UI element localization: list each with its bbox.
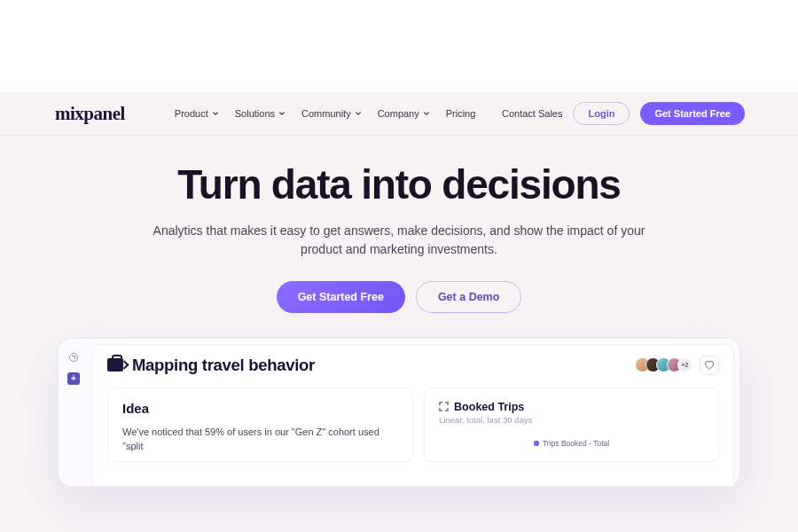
booked-trips-card[interactable]: Booked Trips Linear, total, last 30 days… bbox=[424, 387, 719, 462]
dashboard-rail: + bbox=[67, 351, 80, 385]
login-button[interactable]: Login bbox=[573, 102, 630, 125]
dashboard-title: Mapping travel behavior bbox=[132, 356, 315, 375]
nav-label: Pricing bbox=[446, 108, 476, 119]
booked-subtitle: Linear, total, last 30 days bbox=[439, 415, 704, 425]
chevron-down-icon bbox=[355, 110, 362, 117]
clock-icon[interactable] bbox=[67, 351, 80, 364]
nav-right: Contact Sales Login Get Started Free bbox=[502, 102, 745, 125]
dashboard-header-right: +2 bbox=[635, 356, 719, 375]
favorite-button[interactable] bbox=[700, 356, 719, 375]
nav-item-pricing[interactable]: Pricing bbox=[446, 108, 476, 119]
heart-icon bbox=[704, 360, 715, 371]
dashboard-header: Mapping travel behavior +2 bbox=[93, 345, 733, 384]
dashboard-body: Idea We've noticed that 59% of users in … bbox=[93, 384, 733, 462]
plus-icon[interactable]: + bbox=[67, 372, 80, 385]
chart-legend: Trips Booked - Total bbox=[439, 439, 704, 448]
legend-swatch bbox=[534, 441, 539, 446]
idea-heading: Idea bbox=[122, 401, 398, 416]
chevron-down-icon bbox=[278, 110, 286, 117]
chevron-down-icon bbox=[212, 110, 219, 117]
hero-title: Turn data into decisions bbox=[0, 162, 798, 207]
nav-item-solutions[interactable]: Solutions bbox=[235, 108, 286, 119]
nav-label: Company bbox=[378, 108, 419, 119]
hero-subtitle: Analytics that makes it easy to get answ… bbox=[151, 222, 647, 260]
navbar: mixpanel Product Solutions Community Com… bbox=[0, 92, 798, 136]
nav-label: Solutions bbox=[235, 108, 275, 119]
nav-label: Community bbox=[301, 108, 351, 119]
chevron-down-icon bbox=[423, 110, 430, 117]
booked-header: Booked Trips bbox=[439, 401, 704, 413]
collaborator-avatars[interactable]: +2 bbox=[635, 357, 692, 372]
avatar-more: +2 bbox=[677, 357, 692, 372]
nav-item-company[interactable]: Company bbox=[378, 108, 430, 119]
nav-item-product[interactable]: Product bbox=[175, 108, 219, 119]
hero-cta: Get Started Free Get a Demo bbox=[0, 281, 798, 313]
contact-sales-link[interactable]: Contact Sales bbox=[502, 108, 562, 119]
nav-item-community[interactable]: Community bbox=[301, 108, 362, 119]
booked-title: Booked Trips bbox=[454, 401, 524, 413]
get-started-button[interactable]: Get Started Free bbox=[640, 102, 745, 125]
logo[interactable]: mixpanel bbox=[55, 103, 125, 125]
dashboard-preview: + Mapping travel behavior +2 bbox=[58, 338, 740, 487]
get-demo-cta[interactable]: Get a Demo bbox=[416, 281, 521, 313]
hero: Turn data into decisions Analytics that … bbox=[0, 136, 798, 313]
nav-label: Product bbox=[175, 108, 208, 119]
nav-menu: Product Solutions Community Company Pric… bbox=[175, 108, 476, 119]
dashboard-inner: Mapping travel behavior +2 I bbox=[92, 344, 734, 486]
expand-icon bbox=[439, 402, 449, 411]
idea-body: We've noticed that 59% of users in our "… bbox=[122, 425, 398, 454]
get-started-cta[interactable]: Get Started Free bbox=[277, 281, 405, 313]
legend-label: Trips Booked - Total bbox=[543, 439, 609, 448]
briefcase-icon bbox=[107, 358, 123, 372]
idea-card[interactable]: Idea We've noticed that 59% of users in … bbox=[107, 387, 413, 462]
